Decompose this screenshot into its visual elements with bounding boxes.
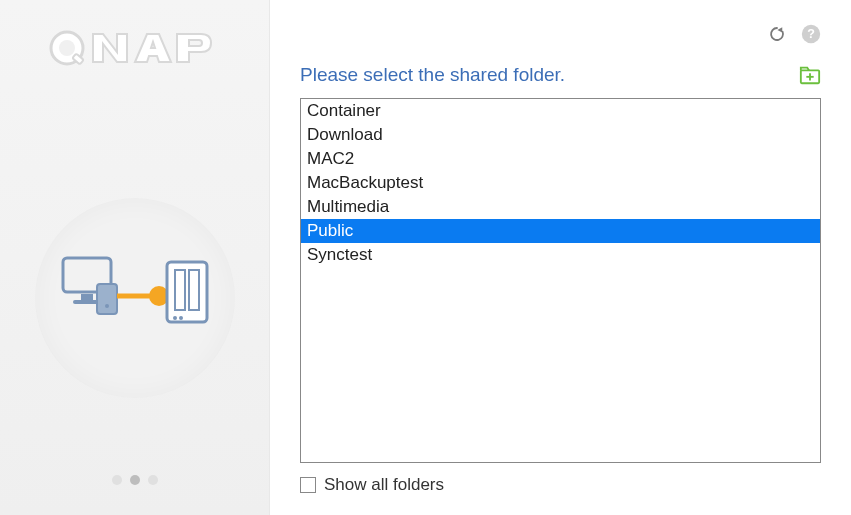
svg-rect-4 xyxy=(81,294,93,300)
folder-item[interactable]: MAC2 xyxy=(301,147,820,171)
sidebar xyxy=(0,0,270,515)
help-icon[interactable]: ? xyxy=(801,24,821,44)
new-folder-icon[interactable] xyxy=(799,64,821,86)
folder-item[interactable]: MacBackuptest xyxy=(301,171,820,195)
show-all-row: Show all folders xyxy=(300,475,821,495)
svg-point-14 xyxy=(179,316,183,320)
top-toolbar: ? xyxy=(300,20,821,48)
svg-point-13 xyxy=(173,316,177,320)
svg-marker-15 xyxy=(777,27,782,32)
folder-item[interactable]: Download xyxy=(301,123,820,147)
pager-dot-2[interactable] xyxy=(148,475,158,485)
svg-text:?: ? xyxy=(807,27,815,41)
svg-rect-10 xyxy=(167,262,207,322)
pager-dot-0[interactable] xyxy=(112,475,122,485)
sync-illustration xyxy=(35,198,235,398)
svg-rect-6 xyxy=(97,284,117,314)
folder-item[interactable]: Public xyxy=(301,219,820,243)
folder-item[interactable]: Container xyxy=(301,99,820,123)
refresh-icon[interactable] xyxy=(767,24,787,44)
brand-logo xyxy=(45,28,225,68)
folder-item[interactable]: Synctest xyxy=(301,243,820,267)
step-pager xyxy=(112,475,158,485)
main-panel: ? Please select the shared folder. Conta… xyxy=(270,0,851,515)
show-all-label: Show all folders xyxy=(324,475,444,495)
header-row: Please select the shared folder. xyxy=(300,64,821,86)
folder-item[interactable]: Multimedia xyxy=(301,195,820,219)
instruction-text: Please select the shared folder. xyxy=(300,64,565,86)
pager-dot-1[interactable] xyxy=(130,475,140,485)
show-all-checkbox[interactable] xyxy=(300,477,316,493)
svg-point-1 xyxy=(59,40,75,56)
svg-point-7 xyxy=(105,304,109,308)
folder-listbox[interactable]: ContainerDownloadMAC2MacBackuptestMultim… xyxy=(300,98,821,463)
